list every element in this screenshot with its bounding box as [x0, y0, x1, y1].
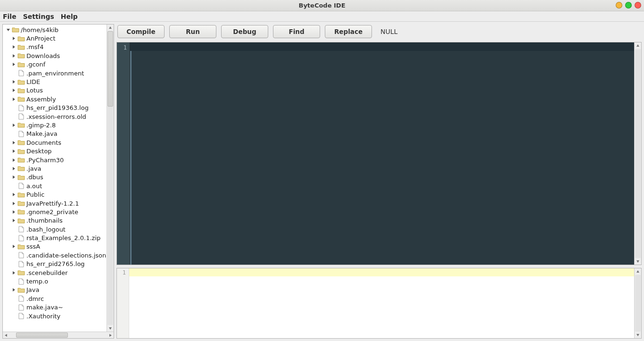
scroll-down-icon[interactable]	[635, 332, 641, 338]
expand-icon[interactable]	[11, 158, 16, 162]
expand-icon[interactable]	[11, 209, 16, 214]
file-icon	[17, 105, 25, 111]
expand-icon[interactable]	[11, 97, 16, 101]
expand-icon[interactable]	[11, 53, 16, 58]
expand-icon[interactable]	[11, 192, 16, 197]
code-editor[interactable]: 1	[116, 42, 642, 265]
tree-item[interactable]: .dbus	[6, 173, 107, 182]
tree-item[interactable]: JavaPrettify-1.2.1	[6, 199, 107, 208]
expand-icon[interactable]	[11, 270, 16, 275]
tree-item[interactable]: .scenebuilder	[6, 268, 107, 277]
tree-item[interactable]: rsta_Examples_2.0.1.zip	[6, 233, 107, 242]
expand-icon[interactable]	[11, 218, 16, 223]
editor-vertical-scrollbar[interactable]	[634, 42, 641, 265]
scroll-down-icon[interactable]	[107, 325, 114, 332]
scroll-down-icon[interactable]	[635, 258, 641, 265]
output-textarea[interactable]	[129, 268, 641, 338]
expand-icon[interactable]	[11, 62, 16, 67]
tree-item-label: Java	[26, 286, 39, 293]
file-tree[interactable]: /home/s4kibAnProject.msf4Downloads.gconf…	[3, 25, 107, 332]
tree-horizontal-scrollbar[interactable]	[3, 332, 114, 338]
minimize-button[interactable]	[616, 2, 622, 8]
tree-item-label: JavaPrettify-1.2.1	[26, 200, 79, 207]
tree-item[interactable]: hs_err_pid2765.log	[6, 260, 107, 268]
expand-icon[interactable]	[11, 201, 16, 206]
tree-item[interactable]: .gimp-2.8	[6, 121, 107, 129]
folder-icon	[17, 165, 25, 172]
tree-item[interactable]: .candidate-selections.json	[6, 251, 107, 259]
file-icon	[17, 226, 25, 233]
tree-item-label: sssA	[26, 243, 40, 250]
expand-icon[interactable]	[11, 175, 16, 180]
menu-help[interactable]: Help	[61, 13, 78, 20]
find-button[interactable]: Find	[273, 25, 320, 38]
scroll-up-icon[interactable]	[635, 42, 641, 49]
tree-root[interactable]: /home/s4kib	[6, 25, 107, 34]
tree-item[interactable]: a.out	[6, 182, 107, 190]
close-button[interactable]	[635, 2, 641, 8]
tree-vertical-scrollbar[interactable]	[107, 25, 114, 332]
hscroll-thumb[interactable]	[16, 333, 68, 338]
tree-item[interactable]: .dmrc	[6, 294, 107, 303]
tree-item[interactable]: .Xauthority	[6, 312, 107, 320]
tree-item-label: .candidate-selections.json	[26, 252, 106, 259]
tree-item[interactable]: hs_err_pid19363.log	[6, 104, 107, 112]
expand-icon[interactable]	[11, 288, 16, 292]
menu-file[interactable]: File	[3, 13, 17, 20]
tree-item[interactable]: .java	[6, 164, 107, 173]
tree-item[interactable]: Documents	[6, 138, 107, 147]
tree-item-label: Documents	[26, 139, 61, 146]
expand-icon[interactable]	[11, 123, 16, 127]
tree-item[interactable]: .PyCharm30	[6, 156, 107, 164]
scroll-left-icon[interactable]	[3, 333, 9, 337]
tree-item[interactable]: AnProject	[6, 34, 107, 42]
expand-icon[interactable]	[11, 45, 16, 50]
scroll-thumb[interactable]	[107, 31, 113, 107]
expand-icon[interactable]	[11, 36, 16, 41]
scroll-up-icon[interactable]	[635, 268, 641, 275]
menu-settings[interactable]: Settings	[23, 13, 54, 20]
scroll-right-icon[interactable]	[107, 333, 114, 337]
debug-button[interactable]: Debug	[221, 25, 268, 38]
tree-item[interactable]: sssA	[6, 242, 107, 251]
editor-textarea[interactable]	[130, 42, 641, 265]
tree-item[interactable]: Assembly	[6, 95, 107, 103]
scroll-up-icon[interactable]	[107, 25, 114, 31]
tree-item-label: Desktop	[26, 148, 52, 155]
tree-item[interactable]: LIDE	[6, 77, 107, 86]
run-button[interactable]: Run	[169, 25, 216, 38]
output-line-number: 1	[117, 269, 126, 276]
expand-icon[interactable]	[11, 88, 16, 93]
tree-item[interactable]: make.java~	[6, 303, 107, 312]
expand-icon[interactable]	[11, 244, 16, 249]
tree-item-label: temp.o	[26, 278, 48, 285]
tree-item[interactable]: .xsession-errors.old	[6, 112, 107, 121]
tree-item[interactable]: .bash_logout	[6, 225, 107, 233]
tree-item[interactable]: Make.java	[6, 130, 107, 138]
tree-item-label: Lotus	[26, 87, 43, 94]
expand-icon[interactable]	[11, 149, 16, 154]
tree-item[interactable]: .gnome2_private	[6, 208, 107, 216]
maximize-button[interactable]	[625, 2, 632, 8]
expand-icon[interactable]	[11, 140, 16, 145]
replace-button[interactable]: Replace	[325, 25, 372, 38]
file-icon	[17, 278, 25, 285]
collapse-icon[interactable]	[6, 27, 10, 32]
expand-icon[interactable]	[11, 166, 16, 171]
tree-item[interactable]: .pam_environment	[6, 69, 107, 77]
output-panel[interactable]: 1	[116, 268, 642, 339]
output-vertical-scrollbar[interactable]	[634, 268, 641, 338]
expand-icon[interactable]	[11, 80, 16, 84]
tree-item[interactable]: Java	[6, 286, 107, 294]
tree-item-label: Downloads	[26, 52, 60, 59]
tree-item[interactable]: Public	[6, 190, 107, 199]
tree-item[interactable]: .msf4	[6, 43, 107, 51]
folder-icon	[17, 139, 25, 146]
tree-item[interactable]: temp.o	[6, 277, 107, 285]
compile-button[interactable]: Compile	[117, 25, 165, 38]
tree-item[interactable]: Lotus	[6, 86, 107, 95]
tree-item[interactable]: Desktop	[6, 147, 107, 155]
tree-item[interactable]: .gconf	[6, 60, 107, 69]
tree-item[interactable]: .thumbnails	[6, 216, 107, 225]
tree-item[interactable]: Downloads	[6, 51, 107, 60]
